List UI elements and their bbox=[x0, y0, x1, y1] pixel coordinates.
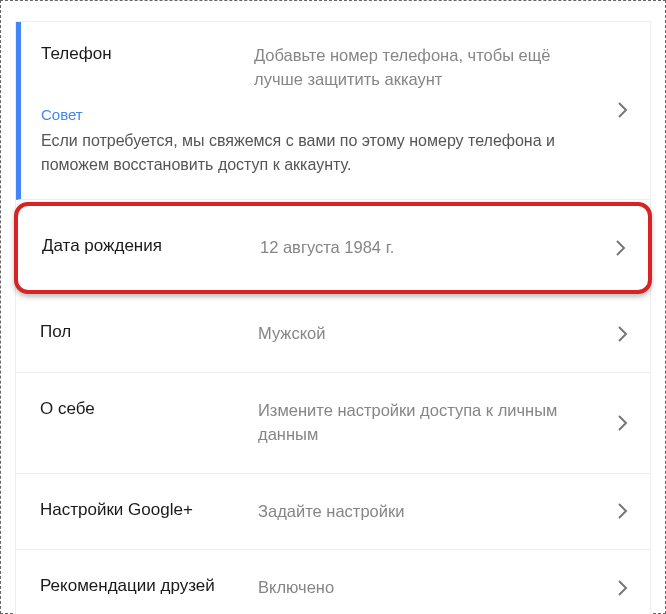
friends-value: Включено bbox=[258, 576, 626, 600]
settings-panel: Телефон Добавьте номер телефона, чтобы е… bbox=[15, 21, 651, 614]
gender-value: Мужской bbox=[258, 322, 626, 346]
chevron-right-icon bbox=[618, 326, 628, 342]
row-friends[interactable]: Рекомендации друзей Включено bbox=[16, 550, 650, 614]
tip-text: Если потребуется, мы свяжемся с вами по … bbox=[41, 129, 626, 177]
tip-label: Совет bbox=[41, 106, 626, 123]
chevron-right-icon bbox=[618, 503, 628, 519]
phone-label: Телефон bbox=[41, 44, 254, 64]
chevron-right-icon bbox=[616, 240, 626, 256]
about-value: Измените настройки доступа к личным данн… bbox=[258, 399, 626, 447]
row-gender[interactable]: Пол Мужской bbox=[16, 296, 650, 373]
chevron-right-icon bbox=[618, 102, 628, 118]
about-label: О себе bbox=[40, 399, 258, 419]
chevron-right-icon bbox=[618, 415, 628, 431]
friends-label: Рекомендации друзей bbox=[40, 576, 258, 596]
birthday-label: Дата рождения bbox=[42, 236, 260, 256]
phone-value: Добавьте номер телефона, чтобы ещё лучше… bbox=[254, 44, 626, 92]
gplus-label: Настройки Google+ bbox=[40, 500, 258, 520]
chevron-right-icon bbox=[618, 580, 628, 596]
row-gplus[interactable]: Настройки Google+ Задайте настройки bbox=[16, 474, 650, 551]
row-about[interactable]: О себе Измените настройки доступа к личн… bbox=[16, 373, 650, 474]
birthday-value: 12 августа 1984 г. bbox=[260, 236, 624, 260]
settings-frame: Телефон Добавьте номер телефона, чтобы е… bbox=[0, 0, 666, 614]
row-phone[interactable]: Телефон Добавьте номер телефона, чтобы е… bbox=[16, 22, 650, 200]
row-birthday[interactable]: Дата рождения 12 августа 1984 г. bbox=[14, 202, 652, 294]
gplus-value: Задайте настройки bbox=[258, 500, 626, 524]
gender-label: Пол bbox=[40, 322, 258, 342]
